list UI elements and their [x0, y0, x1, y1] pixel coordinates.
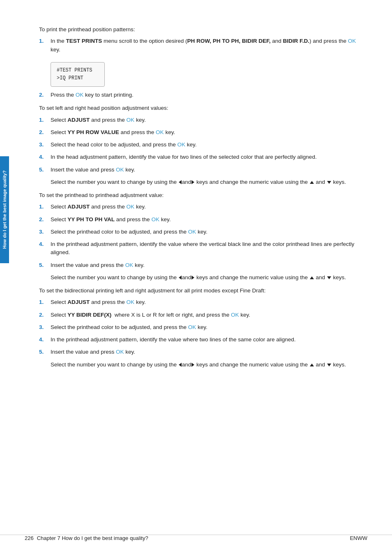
- intro-text: To print the printhead position patterns…: [39, 26, 135, 32]
- up-arrow-icon: [310, 276, 314, 279]
- bold-text: YY BIDIR DEF(X): [67, 312, 111, 318]
- list-item: 2. Select YY PH ROW VALUE and press the …: [39, 128, 359, 137]
- sub-note-3: Select the number you want to change by …: [51, 361, 359, 369]
- list-item: 4. In the printhead adjustment pattern, …: [39, 240, 359, 257]
- ok-text: OK: [116, 167, 124, 173]
- list-item: 2. Select YY PH TO PH VAL and press the …: [39, 215, 359, 224]
- list-item: 1. Select ADJUST and press the OK key.: [39, 116, 359, 124]
- ok-text: OK: [188, 229, 196, 235]
- list-item: 3. Select the head color to be adjusted,…: [39, 141, 359, 149]
- ok-text: OK: [127, 204, 135, 210]
- down-arrow-icon: [327, 364, 331, 366]
- item-content: Select the printhead color to be adjuste…: [51, 228, 359, 236]
- section3-intro: To set the printhead to printhead adjust…: [39, 191, 359, 199]
- ok-text: OK: [348, 38, 356, 44]
- right-arrow-icon: [191, 180, 194, 184]
- list-item: 2. Select YY BIDIR DEF(X) where X is L o…: [39, 311, 359, 319]
- item-num: 3.: [39, 323, 51, 331]
- item-content: Select ADJUST and press the OK key.: [51, 203, 359, 211]
- ok-text: OK: [177, 141, 185, 148]
- bold-text: ADJUST: [67, 299, 90, 305]
- section4-list: 1. Select ADJUST and press the OK key. 2…: [39, 298, 359, 356]
- list-item: 1. Select ADJUST and press the OK key.: [39, 298, 359, 306]
- bold-text: TEST PRINTS: [66, 38, 102, 44]
- item-content: Select YY PH TO PH VAL and press the OK …: [51, 215, 359, 224]
- lcd-line2: >IQ PRINT: [57, 74, 92, 82]
- item-content: Select the head color to be adjusted, an…: [51, 141, 359, 149]
- ok-text: OK: [156, 129, 164, 135]
- item-content: Press the OK key to start printing.: [51, 91, 359, 99]
- list-item: 1. In the TEST PRINTS menu scroll to the…: [39, 37, 359, 54]
- item-num: 3.: [39, 141, 51, 149]
- down-arrow-icon: [327, 276, 331, 279]
- down-arrow-icon: [327, 181, 331, 184]
- item-num: 2.: [39, 215, 51, 224]
- item-num: 4.: [39, 240, 51, 257]
- page: How do I get the best image quality? To …: [0, 0, 392, 556]
- footer-left: 226 Chapter 7 How do I get the best imag…: [25, 535, 350, 541]
- item-num: 4.: [39, 336, 51, 344]
- footer-chapter: Chapter 7 How do I get the best image qu…: [37, 535, 148, 541]
- item-content: Insert the value and press OK key.: [51, 166, 359, 174]
- list-item: 5. Insert the value and press OK key.: [39, 166, 359, 174]
- item-num: 2.: [39, 91, 51, 99]
- ok-text: OK: [188, 324, 196, 330]
- item-content: Insert the value and press the OK key.: [51, 261, 359, 269]
- list-item: 3. Select the printhead color to be adju…: [39, 323, 359, 331]
- footer-page-num: 226: [25, 535, 34, 541]
- bold-text: BIDIR F.D.: [283, 38, 309, 44]
- ok-text: OK: [127, 117, 135, 123]
- bold-text: PH ROW, PH TO PH, BIDIR DEF,: [187, 38, 270, 44]
- bold-text: ADJUST: [67, 117, 90, 123]
- left-arrow-icon: [179, 276, 182, 280]
- item-num: 2.: [39, 311, 51, 319]
- item-num: 3.: [39, 228, 51, 236]
- side-tab: How do I get the best image quality?: [0, 156, 9, 263]
- ok-text: OK: [125, 262, 134, 268]
- bold-text: YY PH ROW VALUE: [67, 129, 119, 135]
- item-content: Insert the value and press OK key.: [51, 348, 359, 356]
- item-num: 1.: [39, 203, 51, 211]
- up-arrow-icon: [310, 364, 314, 366]
- up-arrow-icon: [310, 181, 314, 184]
- bold-text: ADJUST: [67, 204, 90, 210]
- list-item: 2. Press the OK key to start printing.: [39, 91, 359, 99]
- item-content: Select YY PH ROW VALUE and press the OK …: [51, 128, 359, 137]
- item-content: In the TEST PRINTS menu scroll to the op…: [51, 37, 359, 54]
- list-item: 5. Insert the value and press OK key.: [39, 348, 359, 356]
- left-arrow-icon: [179, 363, 182, 367]
- right-arrow-icon: [191, 363, 194, 367]
- side-tab-text: How do I get the best image quality?: [2, 171, 7, 249]
- item-content: Select the printhead color to be adjuste…: [51, 323, 359, 331]
- item-num: 5.: [39, 166, 51, 174]
- item-num: 5.: [39, 261, 51, 269]
- item-num: 2.: [39, 128, 51, 137]
- sub-note: Select the number you want to change by …: [51, 178, 359, 186]
- item-num: 1.: [39, 298, 51, 306]
- item-num: 4.: [39, 153, 51, 161]
- item-content: Select ADJUST and press the OK key.: [51, 116, 359, 124]
- list-item: 4. In the printhead adjustment pattern, …: [39, 336, 359, 344]
- intro-paragraph: To print the printhead position patterns…: [39, 25, 359, 34]
- lcd-line1: #TEST PRINTS: [57, 67, 92, 74]
- ok-text: OK: [127, 299, 135, 305]
- item-num: 5.: [39, 348, 51, 356]
- item-num: 1.: [39, 116, 51, 124]
- section1-list: 1. In the TEST PRINTS menu scroll to the…: [39, 37, 359, 54]
- section3-list: 1. Select ADJUST and press the OK key. 2…: [39, 203, 359, 269]
- ok-text: OK: [76, 92, 84, 98]
- section2-intro: To set left and right head position adju…: [39, 104, 359, 112]
- list-item: 3. Select the printhead color to be adju…: [39, 228, 359, 236]
- ok-text: OK: [116, 349, 124, 355]
- section1-list-2: 2. Press the OK key to start printing.: [39, 91, 359, 99]
- list-item: 5. Insert the value and press the OK key…: [39, 261, 359, 269]
- item-content: In the head adjustment pattern, identify…: [51, 153, 359, 161]
- list-item: 4. In the head adjustment pattern, ident…: [39, 153, 359, 161]
- item-content: Select YY BIDIR DEF(X) where X is L or R…: [51, 311, 359, 319]
- section2-list: 1. Select ADJUST and press the OK key. 2…: [39, 116, 359, 174]
- ok-text: OK: [231, 312, 239, 318]
- right-arrow-icon: [191, 276, 194, 280]
- page-footer: 226 Chapter 7 How do I get the best imag…: [0, 535, 392, 541]
- item-content: In the printhead adjustment pattern, ide…: [51, 336, 359, 344]
- section4-intro: To set the bidirectional printing left a…: [39, 287, 359, 295]
